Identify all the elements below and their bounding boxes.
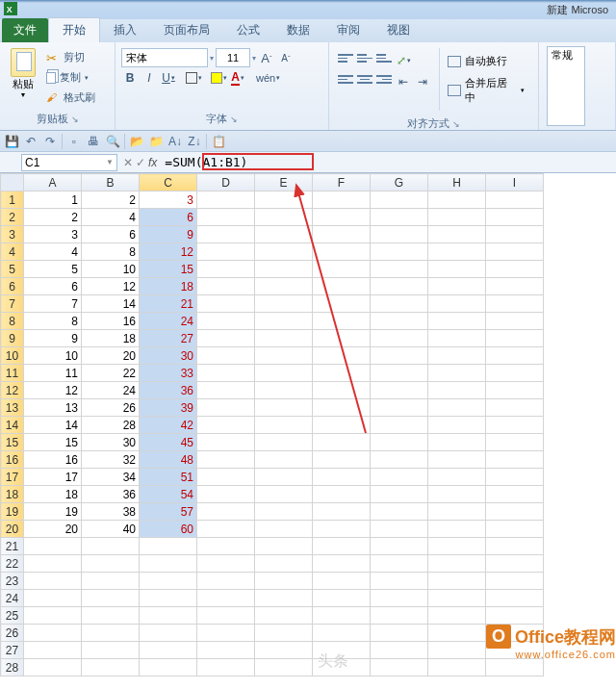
wrap-text-button[interactable]: 自动换行	[442, 52, 530, 70]
cell-F24[interactable]	[313, 590, 371, 607]
cell-E4[interactable]	[255, 243, 313, 261]
cell-G12[interactable]	[371, 382, 428, 399]
row-header-16[interactable]: 16	[1, 451, 24, 469]
cell-D8[interactable]	[197, 313, 255, 330]
cell-E22[interactable]	[255, 555, 313, 573]
cell-E5[interactable]	[255, 261, 313, 278]
row-header-20[interactable]: 20	[1, 521, 24, 538]
row-header-8[interactable]: 8	[1, 313, 24, 330]
cell-C1[interactable]: 3	[140, 191, 197, 209]
cell-C26[interactable]	[140, 625, 197, 642]
merge-center-button[interactable]: 合并后居中▾	[442, 74, 530, 107]
cell-D1[interactable]	[197, 191, 255, 209]
cell-E25[interactable]	[255, 607, 313, 625]
cut-button[interactable]: ✂剪切	[42, 48, 99, 66]
cell-I20[interactable]	[486, 521, 544, 538]
qat-new-icon[interactable]: ▫	[66, 134, 82, 149]
font-size-select[interactable]	[216, 48, 250, 67]
row-header-9[interactable]: 9	[1, 330, 24, 347]
cell-G26[interactable]	[371, 625, 428, 642]
increase-font-button[interactable]: Aˆ	[258, 49, 275, 66]
cell-H12[interactable]	[428, 382, 486, 399]
cell-I24[interactable]	[486, 590, 544, 607]
cell-A6[interactable]: 6	[24, 278, 82, 295]
formula-input[interactable]	[163, 154, 616, 171]
cell-B2[interactable]: 4	[82, 209, 140, 226]
cell-I10[interactable]	[486, 347, 544, 365]
cell-D20[interactable]	[197, 521, 255, 538]
paste-button[interactable]: 粘贴 ▼	[4, 44, 42, 110]
cell-C25[interactable]	[140, 607, 197, 625]
italic-button[interactable]: I	[141, 69, 158, 87]
cell-I16[interactable]	[486, 451, 544, 469]
row-header-23[interactable]: 23	[1, 573, 24, 590]
cell-C18[interactable]: 54	[140, 486, 197, 503]
align-top-button[interactable]	[337, 52, 354, 69]
row-header-27[interactable]: 27	[1, 642, 24, 659]
cell-H27[interactable]	[428, 642, 486, 659]
cell-A21[interactable]	[24, 538, 82, 555]
cell-D21[interactable]	[197, 538, 255, 555]
cell-E20[interactable]	[255, 521, 313, 538]
cell-I25[interactable]	[486, 607, 544, 625]
cell-A17[interactable]: 17	[24, 469, 82, 486]
cell-H15[interactable]	[428, 434, 486, 451]
cell-G24[interactable]	[371, 590, 428, 607]
cell-B7[interactable]: 14	[82, 295, 140, 313]
col-header-I[interactable]: I	[486, 174, 544, 191]
cell-F26[interactable]	[313, 625, 371, 642]
cell-H25[interactable]	[428, 607, 486, 625]
cell-C9[interactable]: 27	[140, 330, 197, 347]
cell-C23[interactable]	[140, 573, 197, 590]
cell-A14[interactable]: 14	[24, 417, 82, 434]
row-header-5[interactable]: 5	[1, 261, 24, 278]
cell-C3[interactable]: 9	[140, 226, 197, 243]
cell-G1[interactable]	[371, 191, 428, 209]
cell-G28[interactable]	[371, 659, 428, 676]
cell-B3[interactable]: 6	[82, 226, 140, 243]
cell-D19[interactable]	[197, 503, 255, 521]
cell-F14[interactable]	[313, 417, 371, 434]
cell-A3[interactable]: 3	[24, 226, 82, 243]
cell-D16[interactable]	[197, 451, 255, 469]
font-launcher-icon[interactable]: ↘	[230, 115, 238, 124]
cell-G4[interactable]	[371, 243, 428, 261]
row-header-19[interactable]: 19	[1, 503, 24, 521]
cell-C27[interactable]	[140, 642, 197, 659]
cell-C22[interactable]	[140, 555, 197, 573]
cell-G2[interactable]	[371, 209, 428, 226]
row-header-7[interactable]: 7	[1, 295, 24, 313]
qat-undo-icon[interactable]: ↶	[23, 134, 38, 149]
cell-C19[interactable]: 57	[140, 503, 197, 521]
name-box[interactable]: C1 ▼	[21, 154, 117, 171]
cell-H20[interactable]	[428, 521, 486, 538]
cell-A5[interactable]: 5	[24, 261, 82, 278]
cell-I15[interactable]	[486, 434, 544, 451]
cell-D4[interactable]	[197, 243, 255, 261]
row-header-25[interactable]: 25	[1, 607, 24, 625]
qat-save-icon[interactable]: 💾	[4, 134, 19, 149]
cell-H19[interactable]	[428, 503, 486, 521]
cell-G18[interactable]	[371, 486, 428, 503]
cell-B28[interactable]	[82, 659, 140, 676]
cell-I4[interactable]	[486, 243, 544, 261]
cell-E15[interactable]	[255, 434, 313, 451]
cell-A20[interactable]: 20	[24, 521, 82, 538]
copy-button[interactable]: 复制▾	[42, 68, 99, 87]
cell-B18[interactable]: 36	[82, 486, 140, 503]
cell-H17[interactable]	[428, 469, 486, 486]
cell-G13[interactable]	[371, 399, 428, 417]
qat-redo-icon[interactable]: ↷	[42, 134, 58, 149]
cell-E1[interactable]	[255, 191, 313, 209]
cell-I9[interactable]	[486, 330, 544, 347]
cell-C24[interactable]	[140, 590, 197, 607]
cell-D14[interactable]	[197, 417, 255, 434]
col-header-D[interactable]: D	[197, 174, 255, 191]
indent-inc-button[interactable]: ⇥	[414, 73, 431, 90]
cell-E10[interactable]	[255, 347, 313, 365]
cell-B8[interactable]: 16	[82, 313, 140, 330]
cell-C16[interactable]: 48	[140, 451, 197, 469]
format-painter-button[interactable]: 🖌格式刷	[42, 89, 99, 107]
cell-E3[interactable]	[255, 226, 313, 243]
cell-G19[interactable]	[371, 503, 428, 521]
